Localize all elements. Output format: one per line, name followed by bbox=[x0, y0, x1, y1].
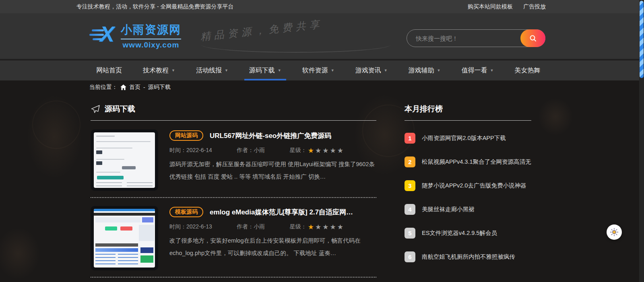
star-icon: ★ bbox=[337, 224, 343, 231]
nav-item-game-assist[interactable]: 游戏辅助▼ bbox=[398, 60, 451, 80]
chevron-down-icon: ▼ bbox=[490, 68, 494, 72]
sidebar-ranking: 本月排行榜 1 小雨资源网官网2.0版本APP下载 2 松鼠视频APPv4.3.… bbox=[405, 101, 531, 269]
chevron-down-icon: ▼ bbox=[384, 68, 388, 72]
rank-label: 南航空姐飞机厕所内拍不雅照被疯传 bbox=[422, 253, 515, 261]
nav-label: 网站首页 bbox=[96, 66, 122, 75]
rank-item[interactable]: 2 松鼠视频APPv4.3.1聚合了全网资源高清无广 bbox=[405, 150, 531, 174]
rating-label: 星级： bbox=[290, 147, 307, 154]
header: X 小雨资源网 www.0ixy.com 精品资源，免费共享 bbox=[0, 13, 639, 60]
logo[interactable]: X 小雨资源网 www.0ixy.com bbox=[92, 22, 181, 49]
category-badge[interactable]: 模板源码 bbox=[169, 207, 203, 217]
scrollbar-thumb[interactable] bbox=[640, 1, 644, 78]
nav-label: 软件资源 bbox=[302, 66, 328, 75]
decor-panel bbox=[140, 255, 153, 263]
nav-item-activities[interactable]: 活动线报▼ bbox=[186, 60, 239, 80]
breadcrumb-home[interactable]: 首页 bbox=[129, 84, 140, 91]
decor-rows bbox=[95, 254, 116, 266]
logo-x-letter: X bbox=[100, 21, 114, 46]
article-thumbnail[interactable] bbox=[91, 206, 158, 270]
breadcrumb: 当前位置： 首页 - 源码下载 bbox=[89, 84, 171, 91]
article-title[interactable]: emlog eMedia媒体范儿[尊享版] 2.7自适应网… bbox=[210, 208, 353, 217]
nav-label: 技术教程 bbox=[143, 66, 169, 75]
rank-label: 小雨资源网官网2.0版本APP下载 bbox=[422, 134, 506, 142]
decor-rows bbox=[127, 182, 153, 188]
rank-badge: 5 bbox=[405, 228, 415, 239]
scrollbar bbox=[639, 0, 644, 282]
decor-button bbox=[97, 176, 124, 179]
section-title: 源码下载 bbox=[105, 104, 135, 114]
nav-item-software[interactable]: 软件资源▼ bbox=[292, 60, 345, 80]
article-time: 时间：2022-6-13 bbox=[169, 223, 212, 231]
sidebar-header: 本月排行榜 bbox=[405, 101, 531, 121]
nav-item-tech-tutorials[interactable]: 技术教程▼ bbox=[132, 60, 186, 80]
section-header: 源码下载 bbox=[91, 101, 376, 121]
article-section: 源码下载 bbox=[91, 101, 376, 278]
decor-banner bbox=[95, 217, 140, 222]
nav-label: 美女热舞 bbox=[514, 66, 540, 75]
nav-item-home[interactable]: 网站首页 bbox=[86, 60, 132, 80]
theme-toggle-button[interactable] bbox=[607, 224, 622, 240]
rank-badge: 2 bbox=[405, 156, 415, 167]
website-screenshot bbox=[94, 209, 155, 268]
background-pattern bbox=[32, 101, 80, 149]
decor-banner bbox=[142, 217, 153, 222]
decor-button bbox=[120, 226, 132, 231]
article-body: 网站源码 URL567网址外链-seo外链推广免费源码 时间：2022-6-14… bbox=[169, 130, 376, 191]
nav-item-source-download[interactable]: 源码下载▼ bbox=[239, 60, 292, 80]
site-name: 小雨资源网 bbox=[121, 22, 181, 37]
nav-item-worth-seeing[interactable]: 值得一看▼ bbox=[451, 60, 504, 80]
article-item: 模板源码 emlog eMedia媒体范儿[尊享版] 2.7自适应网… 时间：2… bbox=[91, 206, 376, 270]
dotted-divider bbox=[91, 277, 376, 278]
category-badge[interactable]: 网站源码 bbox=[169, 130, 203, 141]
article-time: 时间：2022-6-14 bbox=[169, 147, 212, 154]
dotted-divider bbox=[91, 197, 376, 198]
rank-badge: 6 bbox=[405, 251, 415, 262]
nav-item-game-news[interactable]: 游戏资讯▼ bbox=[345, 60, 398, 80]
article-rating: 星级： ★★★★★ bbox=[290, 223, 343, 231]
star-rating: ★★★★★ bbox=[308, 147, 343, 154]
star-icon: ★ bbox=[308, 224, 314, 231]
article-author: 作者：小雨 bbox=[237, 147, 265, 154]
article-author: 作者：小雨 bbox=[237, 223, 265, 231]
rank-label: ES文件浏览器v4.2.9.5解会员 bbox=[422, 229, 497, 237]
search-button[interactable] bbox=[520, 29, 545, 47]
decor-rows bbox=[96, 182, 122, 188]
ad-link[interactable]: 广告投放 bbox=[523, 3, 546, 10]
decor-bar bbox=[94, 213, 155, 216]
admin-panel-screenshot bbox=[94, 132, 155, 188]
main-nav: 网站首页 技术教程▼ 活动线报▼ 源码下载▼ 软件资源▼ 游戏资讯▼ 游戏辅助▼… bbox=[0, 60, 639, 80]
buy-template-link[interactable]: 购买本站同款模板 bbox=[468, 3, 513, 10]
decor-line bbox=[96, 136, 115, 137]
rank-item[interactable]: 5 ES文件浏览器v4.2.9.5解会员 bbox=[405, 221, 531, 245]
rank-item[interactable]: 3 随梦小说APPv2.0去广告版免费小说神器 bbox=[405, 174, 531, 198]
star-icon: ★ bbox=[308, 147, 314, 154]
decor-chip bbox=[96, 161, 102, 165]
article-body: 模板源码 emlog eMedia媒体范儿[尊享版] 2.7自适应网… 时间：2… bbox=[169, 206, 376, 270]
search-icon bbox=[529, 34, 537, 42]
background-pattern bbox=[0, 217, 48, 282]
rank-item[interactable]: 4 美腿丝袜走廊小黑裙 bbox=[405, 198, 531, 221]
nav-item-beauty-dance[interactable]: 美女热舞 bbox=[504, 60, 551, 80]
background-pattern bbox=[531, 91, 580, 143]
star-icon: ★ bbox=[322, 224, 328, 231]
article-thumbnail[interactable] bbox=[91, 130, 158, 191]
star-icon: ★ bbox=[322, 147, 328, 154]
watermark-curve bbox=[201, 37, 390, 53]
topbar-links: 购买本站同款模板 广告投放 bbox=[468, 3, 546, 10]
nav-label: 源码下载 bbox=[249, 66, 275, 75]
decor-panel bbox=[139, 225, 154, 241]
article-excerpt: 改了很多地方，安装好emlog在后台上传安装模板并启用即可，畅言代码在echo_… bbox=[169, 235, 376, 259]
search-input[interactable] bbox=[407, 35, 520, 42]
rank-item[interactable]: 1 小雨资源网官网2.0版本APP下载 bbox=[405, 126, 531, 150]
rank-badge: 1 bbox=[405, 133, 415, 144]
sun-icon bbox=[610, 228, 619, 237]
chevron-down-icon: ▼ bbox=[171, 68, 175, 72]
nav-label: 游戏资讯 bbox=[355, 66, 381, 75]
article-header: 模板源码 emlog eMedia媒体范儿[尊享版] 2.7自适应网… bbox=[169, 206, 376, 218]
article-title[interactable]: URL567网址外链-seo外链推广免费源码 bbox=[210, 131, 331, 140]
rank-badge: 3 bbox=[405, 180, 415, 191]
rank-badge: 4 bbox=[405, 204, 415, 215]
rank-item[interactable]: 6 南航空姐飞机厕所内拍不雅照被疯传 bbox=[405, 245, 531, 269]
decor-bar bbox=[95, 248, 138, 252]
breadcrumb-separator: - bbox=[143, 84, 145, 91]
